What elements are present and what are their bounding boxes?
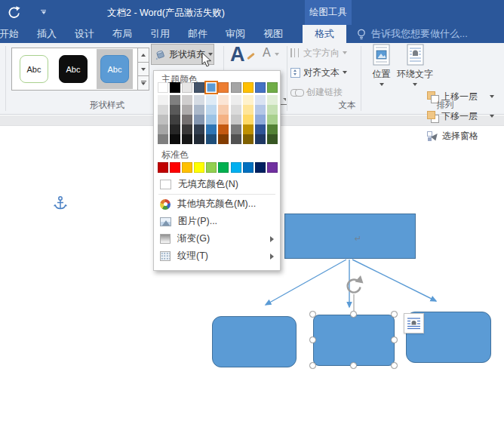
theme-variant-swatch[interactable] — [182, 105, 192, 115]
flowchart-box-0[interactable] — [212, 316, 297, 367]
selection-handle[interactable] — [309, 362, 316, 369]
tab-5[interactable]: 邮件 — [179, 25, 217, 43]
text-effects-icon[interactable]: A — [263, 46, 271, 60]
theme-variant-swatch[interactable] — [255, 124, 266, 134]
theme-variant-swatch[interactable] — [194, 134, 204, 144]
fill-menu-item-2[interactable]: 图片(P)... — [154, 213, 280, 230]
theme-variant-swatch[interactable] — [255, 95, 266, 105]
theme-variant-swatch[interactable] — [243, 95, 254, 105]
theme-variant-swatch[interactable] — [170, 105, 180, 115]
theme-variant-swatch[interactable] — [218, 124, 229, 134]
theme-variant-swatch[interactable] — [231, 95, 241, 105]
theme-variant-swatch[interactable] — [206, 124, 217, 134]
text-group-button-2[interactable]: 创建链接 — [290, 85, 343, 100]
selection-handle[interactable] — [391, 311, 398, 318]
theme-variant-swatch[interactable] — [231, 124, 241, 134]
tab-4[interactable]: 引用 — [141, 25, 179, 43]
theme-variant-swatch[interactable] — [194, 105, 204, 115]
tab-2[interactable]: 设计 — [66, 25, 103, 43]
standard-color-swatch[interactable] — [182, 162, 192, 173]
standard-color-swatch[interactable] — [267, 162, 278, 173]
fill-menu-item-1[interactable]: 其他填充颜色(M)... — [154, 195, 280, 213]
theme-color-swatch[interactable] — [206, 82, 217, 93]
wordart-styles-icon[interactable]: A — [230, 43, 245, 66]
standard-color-swatch[interactable] — [158, 162, 168, 173]
arrange-button-1[interactable]: 下移一层 — [427, 109, 478, 124]
theme-variant-swatch[interactable] — [182, 124, 192, 134]
customize-qat-icon[interactable] — [41, 10, 46, 15]
tab-8[interactable]: 格式 — [303, 25, 346, 43]
gallery-scroll-down-icon[interactable] — [138, 63, 149, 77]
tab-0[interactable]: 开始 — [0, 25, 28, 43]
selection-handle[interactable] — [391, 362, 398, 369]
theme-variant-swatch[interactable] — [182, 115, 192, 124]
theme-variant-swatch[interactable] — [170, 124, 180, 134]
tab-3[interactable]: 布局 — [103, 25, 141, 43]
gallery-scroll-up-icon[interactable] — [138, 48, 149, 63]
theme-variant-swatch[interactable] — [218, 105, 229, 115]
theme-variant-swatch[interactable] — [231, 134, 241, 144]
fill-menu-item-3[interactable]: 渐变(G) — [154, 230, 280, 247]
theme-variant-swatch[interactable] — [267, 124, 278, 134]
theme-variant-swatch[interactable] — [170, 134, 180, 144]
theme-variant-swatch[interactable] — [243, 105, 254, 115]
gallery-more-icon[interactable] — [138, 76, 149, 90]
shape-style-item-0[interactable]: Abc — [20, 55, 48, 83]
position-button[interactable]: 位置 — [367, 44, 395, 101]
text-group-button-1[interactable]: 对齐文本 — [290, 65, 347, 80]
flowchart-top-rectangle[interactable] — [284, 214, 416, 259]
selection-handle[interactable] — [350, 311, 357, 318]
shape-fill-button[interactable]: 形状填充 — [151, 44, 214, 65]
theme-variant-swatch[interactable] — [194, 115, 204, 124]
selection-handle[interactable] — [309, 336, 316, 343]
theme-variant-swatch[interactable] — [158, 95, 168, 105]
standard-color-swatch[interactable] — [170, 162, 180, 173]
theme-variant-swatch[interactable] — [194, 95, 204, 105]
theme-variant-swatch[interactable] — [267, 115, 278, 124]
standard-color-swatch[interactable] — [218, 162, 229, 173]
standard-color-swatch[interactable] — [194, 162, 204, 173]
theme-variant-swatch[interactable] — [194, 124, 204, 134]
theme-variant-swatch[interactable] — [243, 115, 254, 124]
text-group-button-0[interactable]: 文字方向 — [290, 45, 347, 60]
theme-color-swatch[interactable] — [194, 82, 204, 93]
layout-options-button[interactable] — [404, 313, 424, 333]
theme-variant-swatch[interactable] — [231, 105, 241, 115]
shape-style-item-1[interactable]: Abc — [59, 55, 88, 83]
theme-variant-swatch[interactable] — [158, 124, 168, 134]
tab-1[interactable]: 插入 — [28, 25, 66, 43]
theme-variant-swatch[interactable] — [243, 134, 254, 144]
standard-color-swatch[interactable] — [255, 162, 266, 173]
selection-handle[interactable] — [391, 336, 398, 343]
shape-style-item-2[interactable]: Abc — [100, 55, 129, 83]
theme-color-swatch[interactable] — [170, 82, 180, 93]
theme-variant-swatch[interactable] — [158, 134, 168, 144]
theme-variant-swatch[interactable] — [267, 105, 278, 115]
standard-color-swatch[interactable] — [231, 162, 241, 173]
theme-variant-swatch[interactable] — [255, 105, 266, 115]
theme-variant-swatch[interactable] — [206, 134, 217, 144]
theme-color-swatch[interactable] — [243, 82, 254, 93]
selection-handle[interactable] — [350, 362, 357, 369]
arrange-button-2[interactable]: 选择窗格 — [427, 128, 478, 143]
theme-variant-swatch[interactable] — [170, 95, 180, 105]
theme-variant-swatch[interactable] — [218, 95, 229, 105]
theme-variant-swatch[interactable] — [158, 105, 168, 115]
theme-variant-swatch[interactable] — [182, 95, 192, 105]
theme-color-swatch[interactable] — [267, 82, 278, 93]
theme-color-swatch[interactable] — [182, 82, 192, 93]
theme-variant-swatch[interactable] — [218, 115, 229, 124]
fill-menu-item-0[interactable]: 无填充颜色(N) — [154, 176, 280, 193]
standard-color-swatch[interactable] — [243, 162, 254, 173]
theme-color-swatch[interactable] — [255, 82, 266, 93]
theme-color-swatch[interactable] — [218, 82, 229, 93]
theme-variant-swatch[interactable] — [206, 95, 217, 105]
theme-variant-swatch[interactable] — [231, 115, 241, 124]
tab-7[interactable]: 视图 — [254, 25, 292, 43]
theme-variant-swatch[interactable] — [255, 134, 266, 144]
selection-handle[interactable] — [309, 311, 316, 318]
theme-color-swatch[interactable] — [231, 82, 241, 93]
theme-color-swatch[interactable] — [158, 82, 168, 93]
theme-variant-swatch[interactable] — [158, 115, 168, 124]
standard-color-swatch[interactable] — [206, 162, 217, 173]
